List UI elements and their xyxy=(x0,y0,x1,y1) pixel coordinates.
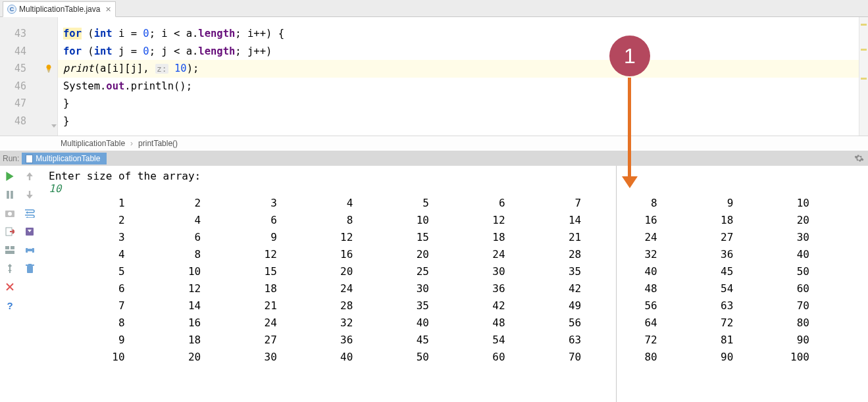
close-tab-icon[interactable]: ✕ xyxy=(105,5,111,14)
svg-rect-2 xyxy=(7,191,9,199)
lightbulb-icon[interactable] xyxy=(44,64,53,73)
line-number: 43 xyxy=(12,28,26,39)
line-number: 47 xyxy=(12,97,26,109)
run-sheet-icon xyxy=(26,155,33,163)
up-arrow-icon[interactable] xyxy=(23,170,36,183)
svg-point-5 xyxy=(8,212,12,216)
editor-tab-bar: C MultiplicationTable.java ✕ xyxy=(0,0,868,17)
pin-button[interactable] xyxy=(3,262,16,275)
close-button[interactable] xyxy=(3,280,16,293)
breadcrumb[interactable]: MultiplicationTable › printTable() xyxy=(0,136,868,151)
editor-gutter: 434445464748 xyxy=(0,17,58,136)
rerun-button[interactable] xyxy=(3,170,16,183)
down-arrow-icon[interactable] xyxy=(23,188,36,201)
scroll-to-end-button[interactable] xyxy=(23,225,36,238)
console-output[interactable]: Enter size of the array: 10 1 2 3 4 5 6 … xyxy=(39,166,868,402)
editor-scrollbar[interactable] xyxy=(859,17,868,136)
line-number: 46 xyxy=(12,80,26,92)
svg-rect-19 xyxy=(28,264,32,265)
exit-button[interactable] xyxy=(3,225,16,238)
gutter-row: 43 xyxy=(0,25,57,43)
run-tool-column-2 xyxy=(20,166,39,402)
annotation-badge: 1 xyxy=(609,36,650,76)
run-label: Run: xyxy=(3,154,19,163)
run-config-name: MultiplicationTable xyxy=(36,154,100,163)
fold-handle-icon[interactable] xyxy=(51,123,58,133)
gear-icon[interactable] xyxy=(854,153,864,165)
chevron-right-icon: › xyxy=(130,139,133,148)
code-line[interactable]: for (int j = 0; j < a.length; j++) xyxy=(58,43,868,61)
console-user-input: 10 xyxy=(49,182,861,195)
svg-rect-17 xyxy=(27,266,33,273)
line-number: 48 xyxy=(12,115,26,127)
multiplication-table-output: 1 2 3 4 5 6 7 8 9 10 2 4 6 8 10 12 14 xyxy=(49,195,861,366)
gutter-row: 48 xyxy=(0,113,57,130)
camera-button[interactable] xyxy=(3,207,16,220)
gutter-row: 46 xyxy=(0,78,57,95)
breadcrumb-method[interactable]: printTable() xyxy=(138,139,178,148)
code-line[interactable]: } xyxy=(58,113,868,130)
breadcrumb-class[interactable]: MultiplicationTable xyxy=(61,139,125,148)
svg-rect-16 xyxy=(28,251,32,254)
run-console: ? Enter size of the array: 10 1 2 3 4 5 … xyxy=(0,166,868,402)
console-prompt: Enter size of the array: xyxy=(49,170,861,182)
print-button[interactable] xyxy=(23,243,36,257)
svg-rect-12 xyxy=(29,191,30,195)
editor-tab[interactable]: C MultiplicationTable.java ✕ xyxy=(3,1,116,17)
pause-button[interactable] xyxy=(3,188,16,201)
run-config-selector[interactable]: MultiplicationTable xyxy=(22,153,107,164)
code-editor[interactable]: 434445464748 for (int i = 0; i < a.lengt… xyxy=(0,17,868,136)
code-line[interactable]: print(a[i][j], z: 10); xyxy=(58,60,868,78)
gutter-row: 45 xyxy=(0,60,57,78)
code-area[interactable]: for (int i = 0; i < a.length; i++) { for… xyxy=(58,17,868,136)
svg-rect-1 xyxy=(48,72,49,72)
line-number: 44 xyxy=(12,45,26,57)
annotation-arrow xyxy=(627,78,632,189)
code-line[interactable]: for (int i = 0; i < a.length; i++) { xyxy=(58,25,868,43)
svg-rect-7 xyxy=(5,246,9,249)
layout-button[interactable] xyxy=(3,243,16,257)
svg-rect-15 xyxy=(28,246,32,249)
run-tool-column-1: ? xyxy=(0,166,20,402)
gutter-row: 47 xyxy=(0,95,57,113)
soft-wrap-button[interactable] xyxy=(23,207,36,220)
editor-tab-filename: MultiplicationTable.java xyxy=(19,5,100,14)
trash-button[interactable] xyxy=(23,262,36,275)
svg-rect-11 xyxy=(29,176,30,180)
svg-rect-3 xyxy=(11,191,13,199)
run-toolbar: Run: MultiplicationTable xyxy=(0,151,868,166)
svg-rect-8 xyxy=(11,246,14,249)
code-line[interactable]: } xyxy=(58,95,868,113)
gutter-row: 44 xyxy=(0,43,57,61)
class-file-icon: C xyxy=(7,5,16,14)
code-line[interactable]: System.out.println(); xyxy=(58,78,868,95)
svg-rect-10 xyxy=(9,270,11,273)
line-number: 45 xyxy=(12,63,26,74)
help-button[interactable]: ? xyxy=(3,299,16,312)
svg-rect-9 xyxy=(5,251,14,254)
svg-rect-0 xyxy=(47,70,50,71)
column-guide xyxy=(616,166,617,402)
